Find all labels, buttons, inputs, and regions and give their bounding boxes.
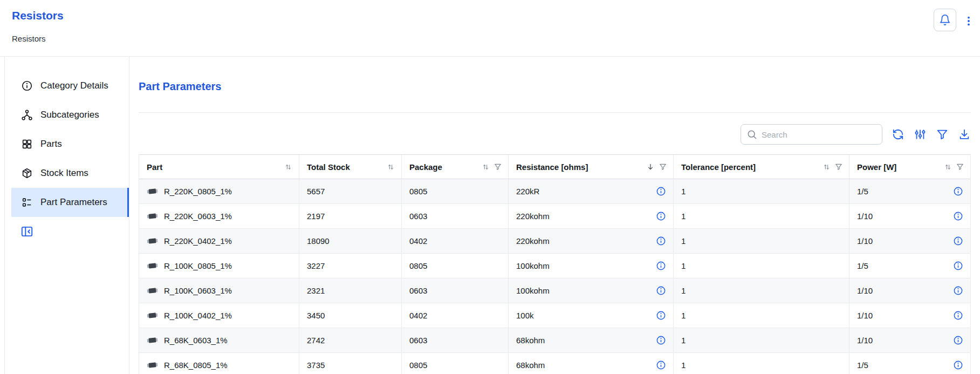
sidebar-item-label: Parts [40,139,62,149]
search-input[interactable] [762,130,876,139]
filter-button[interactable] [936,128,949,141]
part-cell: R_100K_0603_1% [139,278,299,303]
info-icon[interactable] [656,186,666,196]
resistance-value: 100kohm [516,261,550,270]
info-icon[interactable] [953,211,963,221]
info-icon[interactable] [953,310,963,321]
column-settings-button[interactable] [914,128,927,141]
column-label: Part [147,162,162,172]
info-icon[interactable] [656,261,666,271]
filter-icon [936,128,948,140]
table-row[interactable]: R_100K_0805_1% 3227 0805 100kohm 1 1/5 [139,254,970,278]
hierarchy-icon [21,109,33,121]
tolerance-cell: 1 [674,254,849,278]
part-cell: R_220K_0603_1% [139,204,299,228]
package-cell: 0805 [402,179,509,203]
part-name-link[interactable]: R_220K_0805_1% [164,187,232,196]
info-icon[interactable] [953,236,963,246]
table-toolbar [139,124,971,145]
sort-icon[interactable] [823,163,831,171]
table-body: R_220K_0805_1% 5657 0805 220kR 1 1/5 [139,179,970,374]
column-filter-icon[interactable] [659,163,667,171]
part-name-link[interactable]: R_220K_0402_1% [164,236,232,246]
column-header-package[interactable]: Package [402,155,509,179]
column-header-tolerance[interactable]: Tolerance [percent] [674,155,849,179]
part-cell: R_100K_0402_1% [139,303,299,328]
part-name-link[interactable]: R_100K_0402_1% [164,311,232,320]
table-row[interactable]: R_100K_0402_1% 3450 0402 100k 1 1/10 [139,303,970,328]
tolerance-cell: 1 [674,353,849,374]
info-icon[interactable] [656,360,666,370]
breadcrumb[interactable]: Resistors [12,34,46,43]
power-value: 1/10 [857,212,873,221]
column-header-power[interactable]: Power [W] [849,155,970,179]
grid-icon [21,138,33,150]
resistance-cell: 68kohm [509,353,674,374]
column-header-part[interactable]: Part [139,155,299,179]
overflow-menu-button[interactable] [961,13,977,29]
info-icon[interactable] [953,360,963,370]
info-icon[interactable] [953,285,963,296]
page-title: Resistors [12,9,64,22]
resistor-chip-icon [146,336,158,345]
download-button[interactable] [958,128,971,141]
notifications-button[interactable] [934,9,956,31]
power-cell: 1/10 [849,204,970,228]
sidebar-item-label: Part Parameters [40,197,107,208]
sort-icon[interactable] [387,163,395,171]
resistance-value: 220kohm [516,212,550,221]
info-icon[interactable] [656,310,666,321]
info-icon[interactable] [656,236,666,246]
divider [139,112,971,113]
info-icon[interactable] [656,335,666,345]
power-cell: 1/10 [849,303,970,328]
info-icon[interactable] [953,186,963,196]
refresh-button[interactable] [892,128,904,141]
table-row[interactable]: R_220K_0603_1% 2197 0603 220kohm 1 1/10 [139,204,970,229]
sidebar-item-part-parameters[interactable]: Part Parameters [11,188,129,217]
resistance-value: 220kohm [516,236,550,246]
resistance-cell: 68kohm [509,328,674,352]
column-header-total-stock[interactable]: Total Stock [299,155,402,179]
info-icon[interactable] [953,335,963,345]
resistance-cell: 220kohm [509,229,674,253]
resistor-chip-icon [146,212,158,221]
resistance-value: 68kohm [516,336,545,345]
column-header-resistance[interactable]: Resistance [ohms] [509,155,674,179]
table-row[interactable]: R_220K_0402_1% 18090 0402 220kohm 1 1/10 [139,229,970,254]
sidebar-item-subcategories[interactable]: Subcategories [5,100,129,130]
search-box[interactable] [741,124,882,145]
table-row[interactable]: R_220K_0805_1% 5657 0805 220kR 1 1/5 [139,179,970,204]
part-name-link[interactable]: R_68K_0805_1% [164,361,228,370]
part-name-link[interactable]: R_100K_0603_1% [164,286,232,295]
column-filter-icon[interactable] [956,163,964,171]
sidebar-item-stock-items[interactable]: Stock Items [5,159,129,188]
resistance-cell: 220kR [509,179,674,203]
sort-desc-icon[interactable] [646,162,655,171]
table-row[interactable]: R_100K_0603_1% 2321 0603 100kohm 1 1/10 [139,278,970,303]
column-label: Total Stock [307,162,350,172]
refresh-icon [892,128,904,140]
package-cell: 0402 [402,303,509,328]
sidebar-item-category-details[interactable]: Category Details [5,71,129,100]
part-name-link[interactable]: R_100K_0805_1% [164,261,232,270]
column-filter-icon[interactable] [494,163,502,171]
table-row[interactable]: R_68K_0603_1% 2742 0603 68kohm 1 1/10 [139,328,970,353]
column-filter-icon[interactable] [835,163,842,171]
total-stock-cell: 3227 [299,254,402,278]
table-row[interactable]: R_68K_0805_1% 3735 0805 68kohm 1 1/5 [139,353,970,374]
sort-icon[interactable] [284,163,292,171]
sort-icon[interactable] [482,163,490,171]
info-icon[interactable] [656,285,666,296]
collapse-sidebar-button[interactable] [20,225,34,239]
table-header-row: Part Total Stock [139,154,970,179]
info-icon[interactable] [656,211,666,221]
resistance-cell: 100k [509,303,674,328]
sidebar-item-parts[interactable]: Parts [5,130,129,159]
resistor-chip-icon [146,361,158,370]
part-name-link[interactable]: R_68K_0603_1% [164,336,228,345]
resistance-cell: 220kohm [509,204,674,228]
part-name-link[interactable]: R_220K_0603_1% [164,212,232,221]
info-icon[interactable] [953,261,963,271]
sort-icon[interactable] [944,163,952,171]
